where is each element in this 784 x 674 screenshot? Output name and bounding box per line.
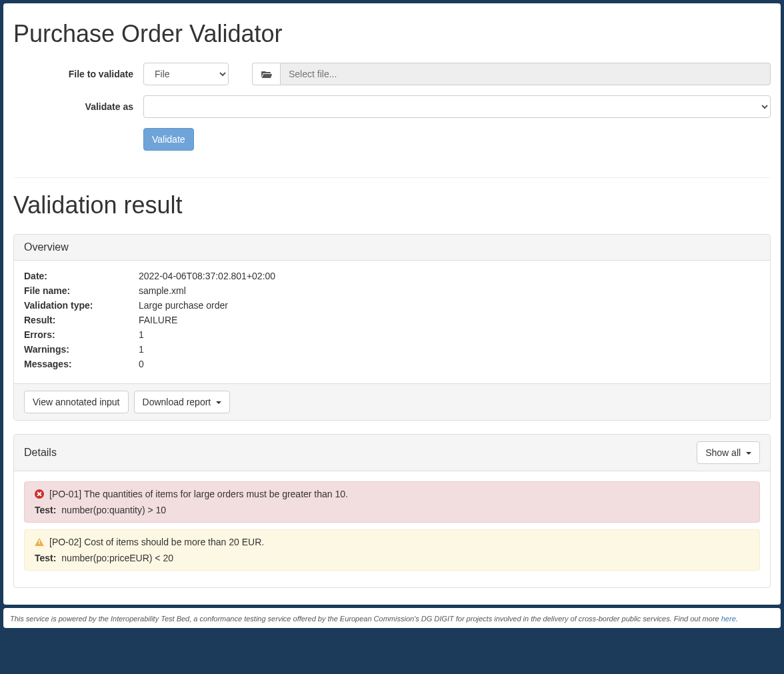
overview-panel: Overview Date: 2022-04-06T08:37:02.801+0… [13, 234, 771, 421]
validate-as-row: Validate as [13, 95, 771, 118]
file-label: File to validate [13, 69, 143, 79]
test-expression: number(po:priceEUR) < 20 [61, 553, 173, 563]
show-all-button[interactable]: Show all [697, 441, 760, 464]
result-title: Validation result [13, 191, 771, 219]
footer-text-prefix: This service is powered by the Interoper… [10, 615, 721, 623]
validate-as-label: Validate as [13, 101, 143, 112]
details-heading: Details [24, 447, 57, 459]
file-path-input[interactable] [280, 63, 771, 85]
overview-row-messages: Messages: 0 [24, 359, 760, 369]
app-frame: Purchase Order Validator File to validat… [0, 0, 784, 631]
overview-row-filename: File name: sample.xml [24, 285, 760, 296]
detail-message: [PO-02] Cost of items should be more tha… [49, 537, 264, 547]
detail-item-warning[interactable]: [PO-02] Cost of items should be more tha… [24, 529, 760, 571]
file-source-select[interactable]: File [143, 63, 229, 85]
validate-button[interactable]: Validate [143, 128, 194, 151]
file-input-group [252, 63, 771, 85]
detail-message: [PO-01] The quantities of items for larg… [49, 489, 348, 499]
footer: This service is powered by the Interoper… [3, 608, 781, 628]
open-file-button[interactable] [252, 63, 280, 85]
footer-link[interactable]: here [721, 615, 736, 623]
overview-heading: Overview [24, 241, 69, 253]
view-annotated-input-button[interactable]: View annotated input [24, 391, 129, 413]
error-icon [35, 489, 44, 499]
overview-row-errors: Errors: 1 [24, 329, 760, 340]
divider [13, 177, 771, 178]
validate-as-select[interactable] [143, 95, 771, 118]
overview-row-result: Result: FAILURE [24, 315, 760, 325]
detail-item-error[interactable]: [PO-01] The quantities of items for larg… [24, 481, 760, 523]
caret-down-icon [746, 452, 751, 455]
warning-icon [35, 538, 44, 546]
main-panel: Purchase Order Validator File to validat… [3, 3, 781, 605]
file-row: File to validate File [13, 63, 771, 85]
details-panel: Details Show all [PO-01] The quantities … [13, 434, 771, 588]
overview-row-warnings: Warnings: 1 [24, 344, 760, 355]
test-label: Test: [35, 553, 56, 563]
footer-text-suffix: . [736, 615, 738, 623]
overview-row-validation-type: Validation type: Large purchase order [24, 300, 760, 311]
page-title: Purchase Order Validator [13, 20, 771, 48]
test-label: Test: [35, 505, 56, 515]
download-report-button[interactable]: Download report [134, 391, 231, 413]
caret-down-icon [216, 401, 221, 404]
overview-row-date: Date: 2022-04-06T08:37:02.801+02:00 [24, 271, 760, 281]
folder-open-icon [261, 69, 272, 79]
test-expression: number(po:quantity) > 10 [61, 505, 166, 515]
